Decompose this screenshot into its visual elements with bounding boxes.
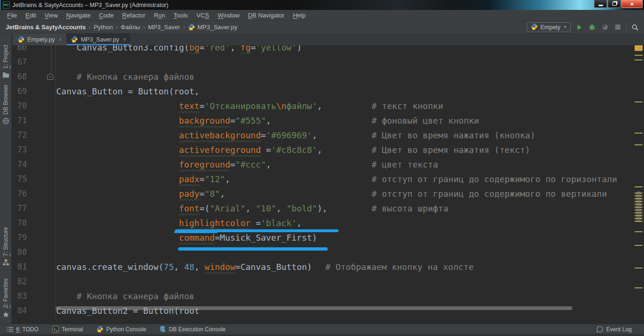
menu-edit[interactable]: Edit bbox=[21, 12, 40, 19]
code-line-77[interactable]: 77 font=("Arial", "10", "bold"),# высота… bbox=[12, 201, 644, 216]
tool-window-button-db-execution-console[interactable]: DB Execution Console bbox=[160, 326, 226, 333]
tab-close-icon[interactable]: × bbox=[59, 36, 62, 43]
error-stripe-mark[interactable] bbox=[635, 186, 643, 187]
gutter[interactable]: 70 bbox=[12, 99, 56, 113]
breadcrumb-item[interactable]: JetBrains & SaytyAccounts bbox=[6, 24, 86, 31]
error-stripe-mark[interactable] bbox=[635, 55, 643, 56]
tool-window-button-7-structure[interactable]: 7: Structure bbox=[2, 227, 9, 266]
gutter[interactable]: 68 bbox=[12, 69, 56, 84]
code-line-78[interactable]: 78 highlightcolor ='black', bbox=[12, 216, 644, 230]
maximize-button[interactable] bbox=[608, 0, 621, 8]
gutter[interactable]: 77 bbox=[12, 201, 56, 216]
error-stripe-warning-block[interactable] bbox=[635, 45, 643, 51]
gutter[interactable]: 67 bbox=[12, 55, 56, 69]
title-bar[interactable]: PC JetBrains & SaytyAccounts – MP3_Saver… bbox=[0, 0, 644, 10]
breadcrumb-item[interactable]: Файлы bbox=[121, 24, 140, 31]
error-stripe-mark[interactable] bbox=[635, 193, 643, 193]
gutter[interactable]: 84 bbox=[12, 303, 56, 318]
menu-file[interactable]: File bbox=[3, 12, 21, 19]
code-line-67[interactable]: 67 bbox=[12, 55, 644, 69]
error-stripe-mark[interactable] bbox=[635, 101, 643, 102]
code-line-69[interactable]: 69Canvas_Button = Button(root, bbox=[12, 84, 644, 99]
stop-button[interactable] bbox=[613, 23, 622, 32]
code-line-73[interactable]: 73 activeforeground ='#c8c8c8',# Цвет во… bbox=[12, 143, 644, 157]
breadcrumb-item[interactable]: MP3_Saver.py bbox=[188, 24, 237, 31]
minimize-button[interactable] bbox=[594, 0, 607, 8]
tool-window-button-python-console[interactable]: Python Console bbox=[96, 326, 146, 333]
menu-view[interactable]: View bbox=[40, 12, 62, 19]
gutter[interactable]: 69 bbox=[12, 84, 56, 99]
gutter[interactable]: 71 bbox=[12, 113, 56, 128]
error-stripe-mark[interactable] bbox=[635, 245, 643, 246]
gutter[interactable]: 80 bbox=[12, 245, 56, 260]
error-stripe-mark[interactable] bbox=[635, 210, 643, 210]
run-button[interactable] bbox=[575, 23, 584, 32]
tool-window-button-event-log[interactable]: Event Log bbox=[596, 326, 632, 333]
code-line-76[interactable]: 76 pady="8",# отступ от границ до содерж… bbox=[12, 186, 644, 201]
menu-window[interactable]: Window bbox=[213, 12, 244, 19]
gutter[interactable]: 75 bbox=[12, 172, 56, 186]
menu-code[interactable]: Code bbox=[95, 12, 118, 19]
menu-tools[interactable]: Tools bbox=[169, 12, 192, 19]
code-editor[interactable]: 66 Canvas_Button3.config(bg='red', fg='y… bbox=[12, 45, 644, 324]
code-line-75[interactable]: 75 padx="12",# отступ от границ до содер… bbox=[12, 172, 644, 186]
menu-vcs[interactable]: VCS bbox=[192, 12, 213, 19]
run-with-coverage-button[interactable] bbox=[601, 23, 609, 32]
gutter[interactable]: 73 bbox=[12, 143, 56, 157]
code-line-71[interactable]: 71 background="#555",# фоновый цвет кноп… bbox=[12, 113, 644, 128]
error-stripe-mark[interactable] bbox=[635, 204, 643, 205]
code-line-80[interactable]: 80 bbox=[12, 245, 644, 260]
gutter[interactable]: 81 bbox=[12, 260, 56, 274]
error-stripe-mark[interactable] bbox=[635, 215, 643, 216]
error-stripe-mark[interactable] bbox=[635, 221, 643, 222]
tool-window-button-db-browser[interactable]: DB Browser bbox=[2, 84, 9, 125]
error-stripe-mark[interactable] bbox=[635, 212, 643, 213]
code-line-79[interactable]: 79 command=Musick_Saver_First) bbox=[12, 230, 644, 245]
code-line-68[interactable]: 68 # Кнопка сканера файлов bbox=[12, 69, 644, 84]
code-line-82[interactable]: 82 bbox=[12, 274, 644, 289]
code-line-66[interactable]: 66 Canvas_Button3.config(bg='red', fg='y… bbox=[12, 45, 644, 55]
error-stripe-mark[interactable] bbox=[635, 198, 643, 199]
code-line-84[interactable]: 84Canvas_Button2 = Button(root bbox=[12, 303, 644, 318]
close-button[interactable]: × bbox=[621, 0, 643, 8]
menu-refactor[interactable]: Refactor bbox=[118, 12, 150, 19]
editor-tab-empety-py[interactable]: Empety.py× bbox=[13, 34, 66, 45]
gutter[interactable]: 66 bbox=[12, 45, 56, 55]
menu-run[interactable]: Run bbox=[150, 12, 169, 19]
error-stripe-mark[interactable] bbox=[635, 144, 643, 145]
menu-navigate[interactable]: Navigate bbox=[62, 12, 94, 19]
tool-window-button-1-project[interactable]: 1: Project bbox=[2, 45, 9, 78]
error-stripe-mark[interactable] bbox=[635, 218, 643, 219]
breadcrumb-item[interactable]: Python bbox=[93, 24, 112, 31]
error-stripe-mark[interactable] bbox=[635, 231, 643, 232]
error-stripe-mark[interactable] bbox=[635, 207, 643, 208]
error-stripe-mark[interactable] bbox=[635, 287, 643, 288]
tool-window-button-6-todo[interactable]: 6: TODO bbox=[7, 326, 39, 333]
tool-window-button-2-favorites[interactable]: 2: Favorites bbox=[2, 278, 9, 318]
debug-button[interactable] bbox=[588, 23, 596, 32]
error-stripe-mark[interactable] bbox=[635, 195, 643, 196]
code-line-81[interactable]: 81canvas.create_window(75, 48, window=Ca… bbox=[12, 260, 644, 274]
gutter[interactable]: 76 bbox=[12, 186, 56, 201]
menu-help[interactable]: Help bbox=[288, 12, 310, 19]
error-stripe-mark[interactable] bbox=[635, 268, 643, 269]
gutter[interactable]: 83 bbox=[12, 289, 56, 303]
search-everywhere-button[interactable] bbox=[631, 23, 639, 32]
code-line-83[interactable]: 83 # Кнопка сканера файлов bbox=[12, 289, 644, 303]
menu-db-navigator[interactable]: DB Navigator bbox=[244, 12, 288, 19]
breadcrumb-item[interactable]: MP3_Saver bbox=[148, 24, 180, 31]
gutter[interactable]: 78 bbox=[12, 216, 56, 230]
gutter[interactable]: 79 bbox=[12, 230, 56, 245]
fold-marker-icon[interactable] bbox=[47, 73, 54, 80]
error-stripe-mark[interactable] bbox=[635, 133, 643, 134]
run-config-selector[interactable]: Empety ▼ bbox=[527, 22, 571, 32]
code-line-72[interactable]: 72 activebackground='#696969',# Цвет во … bbox=[12, 128, 644, 143]
editor-tab-mp3-saver-py[interactable]: MP3_Saver.py× bbox=[67, 34, 130, 45]
code-line-70[interactable]: 70 text='Отсканировать\nфайлы',# текст к… bbox=[12, 99, 644, 113]
code-line-74[interactable]: 74 foreground="#ccc",# цвет текста bbox=[12, 157, 644, 172]
gutter[interactable]: 72 bbox=[12, 128, 56, 143]
tab-close-icon[interactable]: × bbox=[123, 36, 126, 43]
error-stripe-mark[interactable] bbox=[635, 201, 643, 202]
tool-window-button-terminal[interactable]: Terminal bbox=[52, 326, 83, 333]
gutter[interactable]: 74 bbox=[12, 157, 56, 172]
